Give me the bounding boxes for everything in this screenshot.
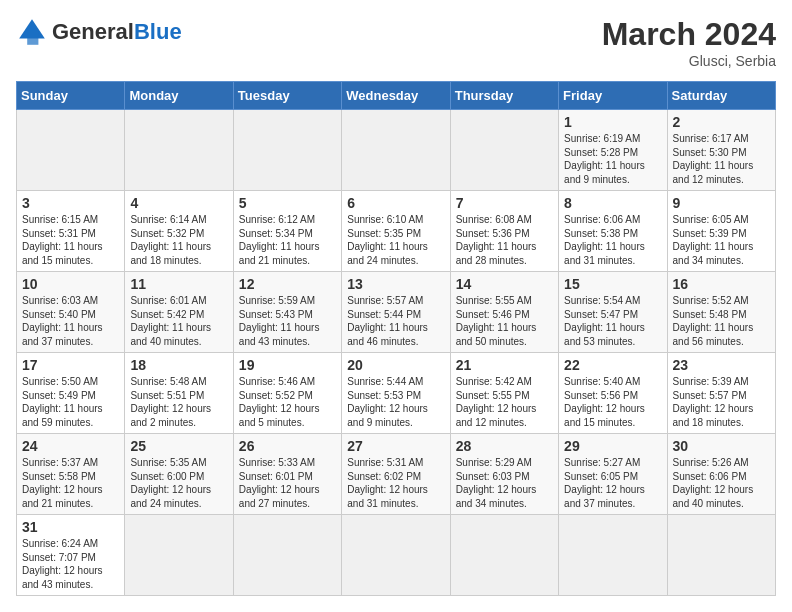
day-info: Sunrise: 5:55 AM Sunset: 5:46 PM Dayligh… <box>456 294 553 348</box>
day-number: 4 <box>130 195 227 211</box>
table-row <box>125 515 233 596</box>
day-number: 18 <box>130 357 227 373</box>
day-info: Sunrise: 6:19 AM Sunset: 5:28 PM Dayligh… <box>564 132 661 186</box>
day-info: Sunrise: 6:01 AM Sunset: 5:42 PM Dayligh… <box>130 294 227 348</box>
day-info: Sunrise: 5:29 AM Sunset: 6:03 PM Dayligh… <box>456 456 553 510</box>
table-row <box>450 515 558 596</box>
table-row <box>342 515 450 596</box>
weekday-header-row: Sunday Monday Tuesday Wednesday Thursday… <box>17 82 776 110</box>
table-row: 2Sunrise: 6:17 AM Sunset: 5:30 PM Daylig… <box>667 110 775 191</box>
table-row: 1Sunrise: 6:19 AM Sunset: 5:28 PM Daylig… <box>559 110 667 191</box>
table-row: 16Sunrise: 5:52 AM Sunset: 5:48 PM Dayli… <box>667 272 775 353</box>
day-number: 6 <box>347 195 444 211</box>
day-number: 15 <box>564 276 661 292</box>
day-number: 19 <box>239 357 336 373</box>
table-row <box>17 110 125 191</box>
table-row <box>342 110 450 191</box>
day-number: 17 <box>22 357 119 373</box>
day-info: Sunrise: 6:05 AM Sunset: 5:39 PM Dayligh… <box>673 213 770 267</box>
day-number: 30 <box>673 438 770 454</box>
day-number: 26 <box>239 438 336 454</box>
table-row: 18Sunrise: 5:48 AM Sunset: 5:51 PM Dayli… <box>125 353 233 434</box>
svg-marker-1 <box>27 30 38 44</box>
day-info: Sunrise: 5:54 AM Sunset: 5:47 PM Dayligh… <box>564 294 661 348</box>
day-number: 1 <box>564 114 661 130</box>
day-number: 29 <box>564 438 661 454</box>
day-number: 25 <box>130 438 227 454</box>
day-number: 21 <box>456 357 553 373</box>
day-number: 31 <box>22 519 119 535</box>
logo-blue: Blue <box>134 19 182 44</box>
table-row: 8Sunrise: 6:06 AM Sunset: 5:38 PM Daylig… <box>559 191 667 272</box>
day-info: Sunrise: 5:44 AM Sunset: 5:53 PM Dayligh… <box>347 375 444 429</box>
table-row: 24Sunrise: 5:37 AM Sunset: 5:58 PM Dayli… <box>17 434 125 515</box>
day-info: Sunrise: 6:12 AM Sunset: 5:34 PM Dayligh… <box>239 213 336 267</box>
header-monday: Monday <box>125 82 233 110</box>
day-info: Sunrise: 5:35 AM Sunset: 6:00 PM Dayligh… <box>130 456 227 510</box>
day-number: 12 <box>239 276 336 292</box>
day-info: Sunrise: 6:03 AM Sunset: 5:40 PM Dayligh… <box>22 294 119 348</box>
day-info: Sunrise: 6:15 AM Sunset: 5:31 PM Dayligh… <box>22 213 119 267</box>
table-row: 20Sunrise: 5:44 AM Sunset: 5:53 PM Dayli… <box>342 353 450 434</box>
header-wednesday: Wednesday <box>342 82 450 110</box>
day-number: 8 <box>564 195 661 211</box>
day-info: Sunrise: 6:08 AM Sunset: 5:36 PM Dayligh… <box>456 213 553 267</box>
day-number: 16 <box>673 276 770 292</box>
logo-text: GeneralBlue <box>52 21 182 43</box>
title-block: March 2024 Glusci, Serbia <box>602 16 776 69</box>
table-row: 11Sunrise: 6:01 AM Sunset: 5:42 PM Dayli… <box>125 272 233 353</box>
day-info: Sunrise: 6:14 AM Sunset: 5:32 PM Dayligh… <box>130 213 227 267</box>
day-number: 2 <box>673 114 770 130</box>
header-thursday: Thursday <box>450 82 558 110</box>
table-row: 12Sunrise: 5:59 AM Sunset: 5:43 PM Dayli… <box>233 272 341 353</box>
logo-general: General <box>52 19 134 44</box>
day-number: 14 <box>456 276 553 292</box>
header-tuesday: Tuesday <box>233 82 341 110</box>
day-info: Sunrise: 6:06 AM Sunset: 5:38 PM Dayligh… <box>564 213 661 267</box>
table-row <box>233 110 341 191</box>
header-saturday: Saturday <box>667 82 775 110</box>
day-info: Sunrise: 5:57 AM Sunset: 5:44 PM Dayligh… <box>347 294 444 348</box>
table-row: 5Sunrise: 6:12 AM Sunset: 5:34 PM Daylig… <box>233 191 341 272</box>
table-row: 9Sunrise: 6:05 AM Sunset: 5:39 PM Daylig… <box>667 191 775 272</box>
day-info: Sunrise: 5:31 AM Sunset: 6:02 PM Dayligh… <box>347 456 444 510</box>
day-info: Sunrise: 5:40 AM Sunset: 5:56 PM Dayligh… <box>564 375 661 429</box>
header-sunday: Sunday <box>17 82 125 110</box>
day-number: 24 <box>22 438 119 454</box>
table-row: 19Sunrise: 5:46 AM Sunset: 5:52 PM Dayli… <box>233 353 341 434</box>
day-number: 22 <box>564 357 661 373</box>
day-info: Sunrise: 6:10 AM Sunset: 5:35 PM Dayligh… <box>347 213 444 267</box>
table-row: 22Sunrise: 5:40 AM Sunset: 5:56 PM Dayli… <box>559 353 667 434</box>
table-row <box>233 515 341 596</box>
table-row: 25Sunrise: 5:35 AM Sunset: 6:00 PM Dayli… <box>125 434 233 515</box>
day-number: 11 <box>130 276 227 292</box>
table-row: 10Sunrise: 6:03 AM Sunset: 5:40 PM Dayli… <box>17 272 125 353</box>
table-row: 23Sunrise: 5:39 AM Sunset: 5:57 PM Dayli… <box>667 353 775 434</box>
day-info: Sunrise: 5:50 AM Sunset: 5:49 PM Dayligh… <box>22 375 119 429</box>
day-number: 7 <box>456 195 553 211</box>
calendar-table: Sunday Monday Tuesday Wednesday Thursday… <box>16 81 776 596</box>
table-row: 26Sunrise: 5:33 AM Sunset: 6:01 PM Dayli… <box>233 434 341 515</box>
day-info: Sunrise: 5:59 AM Sunset: 5:43 PM Dayligh… <box>239 294 336 348</box>
logo-icon <box>16 16 48 48</box>
table-row <box>450 110 558 191</box>
header-friday: Friday <box>559 82 667 110</box>
day-number: 13 <box>347 276 444 292</box>
day-info: Sunrise: 6:17 AM Sunset: 5:30 PM Dayligh… <box>673 132 770 186</box>
table-row: 31Sunrise: 6:24 AM Sunset: 7:07 PM Dayli… <box>17 515 125 596</box>
table-row: 15Sunrise: 5:54 AM Sunset: 5:47 PM Dayli… <box>559 272 667 353</box>
table-row: 6Sunrise: 6:10 AM Sunset: 5:35 PM Daylig… <box>342 191 450 272</box>
table-row <box>125 110 233 191</box>
table-row <box>559 515 667 596</box>
table-row: 29Sunrise: 5:27 AM Sunset: 6:05 PM Dayli… <box>559 434 667 515</box>
logo: GeneralBlue <box>16 16 182 48</box>
table-row: 17Sunrise: 5:50 AM Sunset: 5:49 PM Dayli… <box>17 353 125 434</box>
table-row: 30Sunrise: 5:26 AM Sunset: 6:06 PM Dayli… <box>667 434 775 515</box>
day-number: 9 <box>673 195 770 211</box>
day-info: Sunrise: 5:33 AM Sunset: 6:01 PM Dayligh… <box>239 456 336 510</box>
day-number: 5 <box>239 195 336 211</box>
day-number: 28 <box>456 438 553 454</box>
day-number: 20 <box>347 357 444 373</box>
day-info: Sunrise: 6:24 AM Sunset: 7:07 PM Dayligh… <box>22 537 119 591</box>
day-number: 23 <box>673 357 770 373</box>
